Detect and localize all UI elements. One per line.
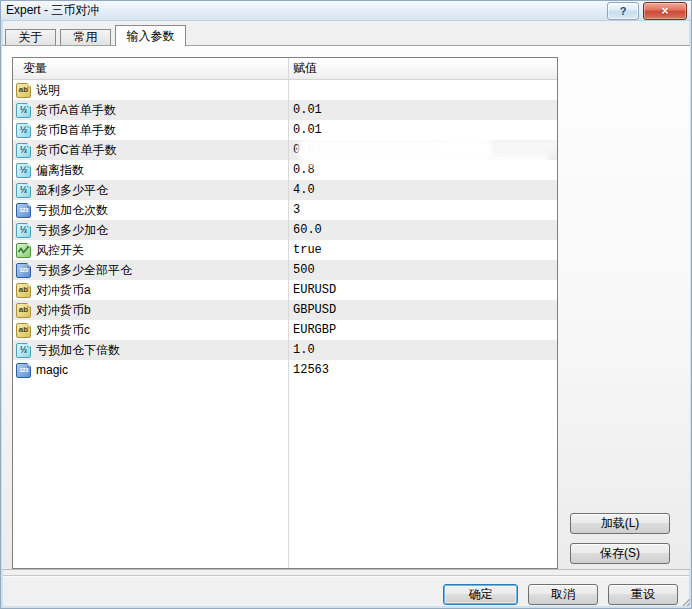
save-button-label: 保存(S): [600, 545, 640, 562]
reset-button[interactable]: 重设: [608, 584, 678, 605]
param-value[interactable]: 12563: [288, 360, 557, 380]
param-rows: ab 说明 ½ 货币A首单手数 0.01 ½: [13, 80, 557, 380]
param-value[interactable]: EURGBP: [288, 320, 557, 340]
integer-type-icon: 123: [16, 363, 31, 378]
param-label: 亏损多少加仓: [36, 222, 108, 239]
param-value[interactable]: 0.01: [288, 120, 557, 140]
param-label: 亏损加仓下倍数: [36, 342, 120, 359]
param-value[interactable]: 0.01: [288, 100, 557, 120]
table-row[interactable]: 风控开关 true: [13, 240, 557, 260]
param-value[interactable]: 0.8: [288, 160, 557, 180]
string-type-icon: ab: [16, 323, 31, 338]
param-label: 说明: [36, 82, 60, 99]
tab-about[interactable]: 关于: [5, 29, 56, 45]
table-row[interactable]: 123 亏损多少全部平仓 500: [13, 260, 557, 280]
param-label: 对冲货币a: [36, 282, 91, 299]
param-label: 亏损多少全部平仓: [36, 262, 132, 279]
table-row[interactable]: ½ 偏离指数 0.8: [13, 160, 557, 180]
column-header-variable[interactable]: 变量: [13, 58, 288, 79]
table-row[interactable]: ab 对冲货币b GBPUSD: [13, 300, 557, 320]
table-row[interactable]: ½ 货币C首单手数 0.01: [13, 140, 557, 160]
param-value[interactable]: 1.0: [288, 340, 557, 360]
param-value[interactable]: GBPUSD: [288, 300, 557, 320]
table-row[interactable]: ½ 货币A首单手数 0.01: [13, 100, 557, 120]
cancel-button-label: 取消: [551, 586, 575, 603]
close-icon: ×: [661, 4, 668, 18]
expert-properties-dialog: Expert - 三币对冲 ? × 关于 常用 输入参数 变量 赋值 ab: [0, 0, 692, 609]
zigzag-line-icon: [18, 246, 29, 255]
table-row[interactable]: ab 说明: [13, 80, 557, 100]
table-row[interactable]: ½ 货币B首单手数 0.01: [13, 120, 557, 140]
table-row[interactable]: ½ 亏损加仓下倍数 1.0: [13, 340, 557, 360]
param-value[interactable]: 60.0: [288, 220, 557, 240]
param-value[interactable]: 500: [288, 260, 557, 280]
param-label: 对冲货币c: [36, 322, 90, 339]
string-type-icon: ab: [16, 83, 31, 98]
param-value[interactable]: [288, 80, 557, 100]
param-value[interactable]: 0.01: [288, 140, 557, 160]
table-row[interactable]: ½ 亏损多少加仓 60.0: [13, 220, 557, 240]
table-row[interactable]: ab 对冲货币c EURGBP: [13, 320, 557, 340]
integer-type-icon: 123: [16, 203, 31, 218]
parameters-table: 变量 赋值 ab 说明 ½ 货币A首单手数 0.01: [12, 57, 558, 569]
footer-separator: [3, 575, 689, 577]
param-value[interactable]: EURUSD: [288, 280, 557, 300]
string-type-icon: ab: [16, 303, 31, 318]
param-label: 货币A首单手数: [36, 102, 116, 119]
param-label: 盈利多少平仓: [36, 182, 108, 199]
load-button-label: 加载(L): [601, 515, 640, 532]
ok-button-label: 确定: [469, 586, 493, 603]
close-button[interactable]: ×: [643, 2, 687, 20]
cancel-button[interactable]: 取消: [528, 584, 598, 605]
param-label: 货币C首单手数: [36, 142, 117, 159]
resize-grip-icon[interactable]: [680, 596, 690, 606]
tab-input-parameters[interactable]: 输入参数: [115, 25, 186, 46]
bool-type-icon: [16, 243, 31, 258]
tab-common[interactable]: 常用: [60, 29, 111, 45]
column-separator[interactable]: [288, 58, 289, 568]
table-row[interactable]: 123 magic 12563: [13, 360, 557, 380]
tab-label: 常用: [74, 29, 98, 46]
integer-type-icon: 123: [16, 263, 31, 278]
param-label: 亏损加仓次数: [36, 202, 108, 219]
string-type-icon: ab: [16, 283, 31, 298]
table-row[interactable]: 123 亏损加仓次数 3: [13, 200, 557, 220]
table-row[interactable]: ½ 盈利多少平仓 4.0: [13, 180, 557, 200]
help-button[interactable]: ?: [607, 2, 639, 20]
param-label: 风控开关: [36, 242, 84, 259]
save-button[interactable]: 保存(S): [570, 543, 670, 564]
reset-button-label: 重设: [631, 586, 655, 603]
double-type-icon: ½: [16, 223, 31, 238]
tab-label: 关于: [19, 29, 43, 46]
param-label: 对冲货币b: [36, 302, 91, 319]
table-row[interactable]: ab 对冲货币a EURUSD: [13, 280, 557, 300]
double-type-icon: ½: [16, 343, 31, 358]
param-value[interactable]: 3: [288, 200, 557, 220]
double-type-icon: ½: [16, 183, 31, 198]
double-type-icon: ½: [16, 123, 31, 138]
param-value[interactable]: 4.0: [288, 180, 557, 200]
param-label: 货币B首单手数: [36, 122, 116, 139]
load-button[interactable]: 加载(L): [570, 513, 670, 534]
window-title: Expert - 三币对冲: [1, 2, 99, 19]
param-label: magic: [36, 363, 68, 377]
title-bar[interactable]: Expert - 三币对冲: [1, 1, 691, 21]
table-header: 变量 赋值: [13, 58, 557, 80]
column-header-value[interactable]: 赋值: [288, 58, 557, 79]
double-type-icon: ½: [16, 143, 31, 158]
param-value[interactable]: true: [288, 240, 557, 260]
double-type-icon: ½: [16, 163, 31, 178]
ok-button[interactable]: 确定: [443, 584, 518, 605]
double-type-icon: ½: [16, 103, 31, 118]
param-label: 偏离指数: [36, 162, 84, 179]
tab-label: 输入参数: [127, 28, 175, 45]
help-icon: ?: [620, 5, 627, 17]
